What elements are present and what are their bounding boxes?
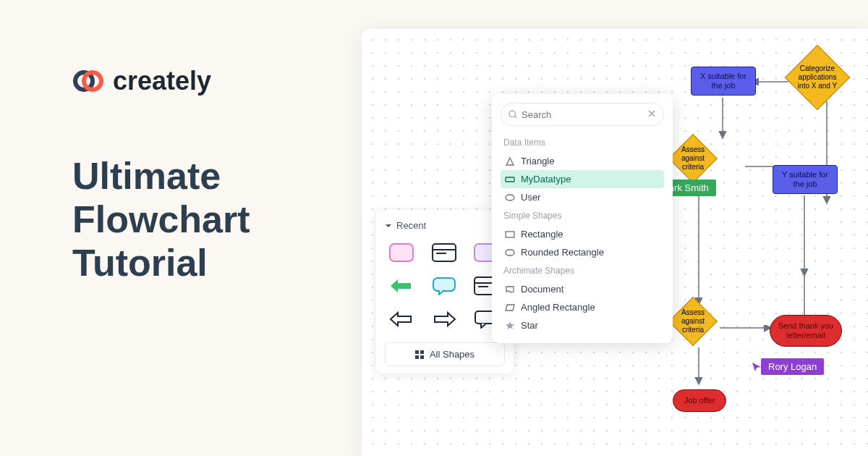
section-data-items: Data Items: [501, 133, 664, 152]
section-simple-shapes: Simple Shapes: [501, 206, 664, 225]
search-icon: [509, 109, 517, 119]
svg-rect-18: [415, 355, 419, 359]
search-box[interactable]: [501, 103, 664, 126]
triangle-icon: [505, 156, 515, 166]
node-assess-1[interactable]: Assess against criteria: [676, 141, 710, 176]
datatype-icon: [505, 174, 515, 185]
result-mydatatype[interactable]: MyDatatype: [501, 170, 664, 188]
svg-point-23: [506, 195, 514, 200]
shape-speech-bubble[interactable]: [427, 273, 461, 299]
node-categorize[interactable]: Categorize applications into X and Y: [794, 54, 841, 101]
svg-rect-16: [415, 350, 419, 354]
svg-rect-24: [506, 232, 514, 237]
chevron-down-icon: [385, 222, 392, 229]
result-rounded-rectangle[interactable]: Rounded Rectangle: [501, 243, 664, 261]
shape-card[interactable]: [427, 240, 461, 266]
angled-rectangle-icon: [505, 303, 515, 313]
grid-icon: [415, 350, 424, 359]
recent-header[interactable]: Recent: [385, 220, 505, 231]
svg-rect-19: [420, 355, 424, 359]
cursor-rory: Rory Logan: [751, 358, 824, 375]
user-icon: [505, 193, 515, 203]
result-star[interactable]: Star: [501, 316, 664, 334]
node-y-suitable[interactable]: Y suitable for the job: [773, 165, 838, 194]
svg-line-21: [515, 117, 517, 119]
shape-rounded-pink[interactable]: [385, 240, 418, 266]
all-shapes-button[interactable]: All Shapes: [385, 342, 505, 366]
node-send-thank[interactable]: Send thank you letter/email: [770, 315, 842, 347]
svg-rect-25: [506, 250, 514, 256]
result-user[interactable]: User: [501, 188, 664, 206]
shape-arrow-left-outline[interactable]: [385, 306, 418, 332]
search-input[interactable]: [522, 109, 643, 120]
left-panel: creately Ultimate Flowchart Tutorial: [0, 0, 362, 456]
svg-rect-17: [420, 350, 424, 354]
node-job-offer[interactable]: Job offer: [673, 389, 726, 412]
shape-arrow-right-outline[interactable]: [427, 306, 461, 332]
svg-rect-6: [390, 244, 413, 261]
brand-name: creately: [113, 66, 211, 96]
result-angled-rectangle[interactable]: Angled Rectangle: [501, 298, 664, 316]
rectangle-icon: [505, 229, 515, 240]
search-panel: Data Items Triangle MyDatatype User Simp…: [492, 94, 673, 343]
result-rectangle[interactable]: Rectangle: [501, 225, 664, 243]
node-assess-2[interactable]: Assess against criteria: [676, 304, 710, 339]
svg-rect-22: [506, 177, 514, 182]
svg-point-20: [509, 111, 516, 117]
rounded-rectangle-icon: [505, 248, 515, 258]
shape-arrow-left[interactable]: [385, 273, 418, 299]
close-icon[interactable]: [647, 108, 656, 121]
result-triangle[interactable]: Triangle: [501, 152, 664, 170]
section-archimate: Archimate Shapes: [501, 261, 664, 280]
logo-icon: [72, 65, 104, 97]
star-icon: [505, 321, 515, 331]
page-title: Ultimate Flowchart Tutorial: [72, 155, 318, 284]
brand-logo: creately: [72, 65, 318, 97]
node-x-suitable[interactable]: X suitable for the job: [691, 67, 756, 96]
document-icon: [505, 284, 515, 295]
result-document[interactable]: Document: [501, 280, 664, 298]
shape-grid: [385, 240, 505, 332]
canvas-area[interactable]: X suitable for the job Categorize applic…: [362, 29, 868, 456]
svg-rect-11: [433, 278, 455, 291]
